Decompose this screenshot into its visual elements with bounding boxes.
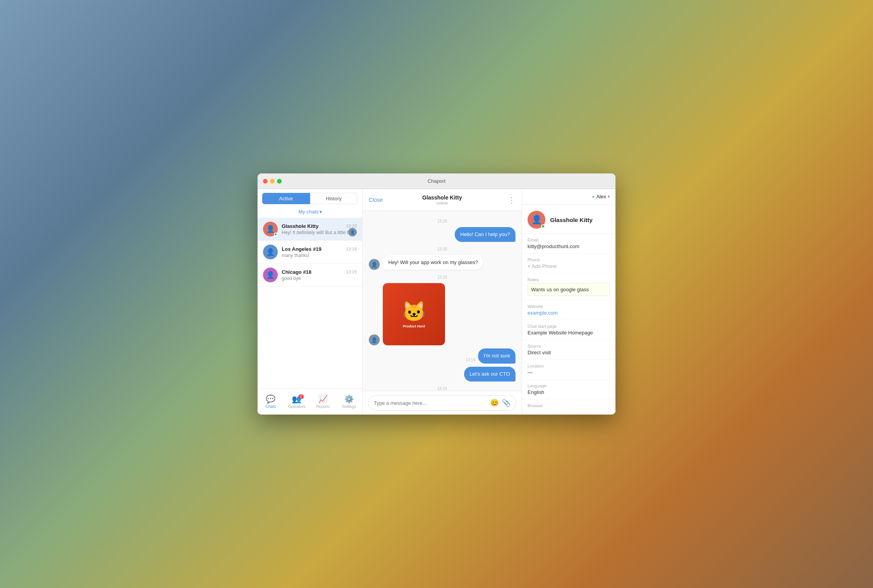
avatar-los-angeles: 👤 <box>263 245 278 259</box>
attach-icon[interactable]: 📎 <box>502 399 510 407</box>
my-chats-label: My chats <box>298 209 319 215</box>
chat-header-center: Glasshole Kitty online <box>422 194 462 205</box>
settings-icon: ⚙️ <box>344 394 354 404</box>
chat-start-page-label: Chat start page <box>528 324 610 329</box>
settings-label: Settings <box>342 404 356 409</box>
close-traffic-light[interactable] <box>263 179 268 184</box>
chat-menu-button[interactable]: ⋮ <box>508 195 515 205</box>
maximize-traffic-light[interactable] <box>277 179 282 184</box>
chat-preview: many thanks! <box>282 253 357 258</box>
emoji-icon[interactable]: 😊 <box>490 399 499 407</box>
phone-value[interactable]: + Add Phone <box>528 263 610 269</box>
message-cto: Let's ask our CTO <box>369 367 515 382</box>
chat-item-los-angeles[interactable]: 👤 Los Angeles #19 13:16 many thanks! <box>258 241 362 264</box>
customer-avatar-msg2: 👤 <box>369 334 380 345</box>
messages-area[interactable]: 13:18 Hello! Can I help you? 13:18 👤 Hey… <box>363 211 522 391</box>
agent-dropdown-icon[interactable]: ▾ <box>608 194 610 199</box>
info-section-language: Language English <box>522 380 615 399</box>
filter-caret-icon: ▾ <box>319 209 322 215</box>
avatar-icon: 👤 <box>266 225 275 233</box>
window-title: Chaport <box>428 178 445 184</box>
nav-item-chats[interactable]: 💬 Chats <box>258 392 284 411</box>
time-label: 13:18 <box>437 219 447 223</box>
chat-info-chicago: Chicago #18 13:15 good bye <box>282 269 357 281</box>
info-section-phone: Phone + Add Phone <box>522 254 615 273</box>
info-user-name: Glasshole Kitty <box>550 217 593 223</box>
source-label: Source <box>528 344 610 348</box>
language-value: English <box>528 389 610 395</box>
product-hunt-image: 🐱 Product Hunt <box>383 283 445 345</box>
agent-online-dot: ● <box>592 194 594 199</box>
main-content: Active History My chats▾ 👤 Glasshole K <box>258 189 615 415</box>
info-section-chat-start-page: Chat start page Example Website Homepage <box>522 320 615 340</box>
info-section-browser: Browser <box>522 399 615 413</box>
chat-item-glasshole-kitty[interactable]: 👤 Glasshole Kitty 13:20 Hey! It definite… <box>258 218 362 241</box>
agent-header: ● Alex ▾ <box>522 189 615 205</box>
chat-time: 13:15 <box>346 270 357 274</box>
info-section-website: Website example.com <box>522 300 615 320</box>
info-user-avatar: 👤 <box>528 211 545 229</box>
avatar-icon: 👤 <box>266 271 275 279</box>
language-label: Language <box>528 383 610 388</box>
chat-contact-name: Glasshole Kitty <box>422 194 462 201</box>
chat-name: Chicago #18 <box>282 269 312 275</box>
notes-value[interactable]: Wants us on google glass <box>528 283 610 296</box>
chat-name: Glasshole Kitty <box>282 223 319 229</box>
website-label: Website <box>528 304 610 309</box>
info-section-source: Source Direct visit <box>522 340 615 360</box>
info-panel: ● Alex ▾ 👤 Glasshole Kitty Email kitty@p… <box>522 189 615 415</box>
source-value: Direct visit <box>528 350 610 355</box>
my-chats-filter[interactable]: My chats▾ <box>258 207 362 218</box>
nav-item-reports[interactable]: 📈 Reports <box>310 392 336 411</box>
chat-panel: Close Glasshole Kitty online ⋮ 13:18 Hel… <box>363 189 522 415</box>
chat-item-chicago[interactable]: 👤 Chicago #18 13:15 good bye <box>258 264 362 287</box>
time-label: 13:19 <box>437 387 447 391</box>
avatar-icon: 👤 <box>266 248 275 256</box>
message-input[interactable] <box>374 400 487 406</box>
phone-label: Phone <box>528 257 610 262</box>
bottom-nav: 💬 Chats 👥 2 Operators 📈 Reports ⚙️ Setti… <box>258 388 362 415</box>
message-received-glasses: 👤 Hey! Will your app work on my glasses? <box>369 255 515 270</box>
chat-list: 👤 Glasshole Kitty 13:20 Hey! It definite… <box>258 218 362 388</box>
notes-label: Notes <box>528 277 610 282</box>
info-header: 👤 Glasshole Kitty <box>522 205 615 234</box>
bubble-not-sure: I'm not sure <box>478 348 515 363</box>
chats-label: Chats <box>266 404 276 409</box>
chat-info-los-angeles: Los Angeles #19 13:16 many thanks! <box>282 246 357 258</box>
time-label: 13:19 <box>437 275 447 279</box>
nav-item-settings[interactable]: ⚙️ Settings <box>336 392 362 411</box>
timestamp-1318a: 13:18 <box>369 217 515 224</box>
minimize-traffic-light[interactable] <box>270 179 275 184</box>
chat-header: Close Glasshole Kitty online ⋮ <box>363 189 522 211</box>
agent-avatar-small: 👤 <box>348 228 357 236</box>
chat-preview: good bye <box>282 276 357 281</box>
tab-active[interactable]: Active <box>262 193 310 204</box>
chats-icon: 💬 <box>266 394 275 404</box>
sidebar: Active History My chats▾ 👤 Glasshole K <box>258 189 363 415</box>
chat-name: Los Angeles #19 <box>282 246 321 252</box>
app-window: Chaport Active History My chats▾ 👤 <box>258 173 615 415</box>
titlebar: Chaport <box>258 173 615 189</box>
location-value: — <box>528 369 610 375</box>
chat-start-page-value: Example Website Homepage <box>528 330 610 336</box>
location-label: Location <box>528 364 610 368</box>
website-value[interactable]: example.com <box>528 310 610 316</box>
tab-history[interactable]: History <box>310 193 358 204</box>
bubble-received: Hey! Will your app work on my glasses? <box>383 255 483 270</box>
customer-avatar-msg: 👤 <box>369 259 380 270</box>
chat-info-glasshole-kitty: Glasshole Kitty 13:20 Hey! It definitely… <box>282 223 357 235</box>
message-image: 👤 🐱 Product Hunt <box>369 283 515 345</box>
email-value: kitty@producthunt.com <box>528 243 610 249</box>
reports-icon: 📈 <box>318 394 328 404</box>
chat-name-row: Chicago #18 13:15 <box>282 269 357 275</box>
online-indicator <box>274 233 277 236</box>
message-not-sure: 13:19 I'm not sure <box>369 348 515 363</box>
message-sent-hello: Hello! Can I help you? <box>369 227 515 242</box>
message-input-row: 😊 📎 <box>368 395 516 411</box>
nav-item-operators[interactable]: 👥 2 Operators <box>284 392 310 411</box>
timestamp-1319b: 13:19 <box>369 385 515 391</box>
close-chat-button[interactable]: Close <box>369 197 383 203</box>
bubble-cto: Let's ask our CTO <box>464 367 515 382</box>
browser-label: Browser <box>528 403 610 408</box>
timestamp-1319a: 13:19 <box>369 273 515 280</box>
